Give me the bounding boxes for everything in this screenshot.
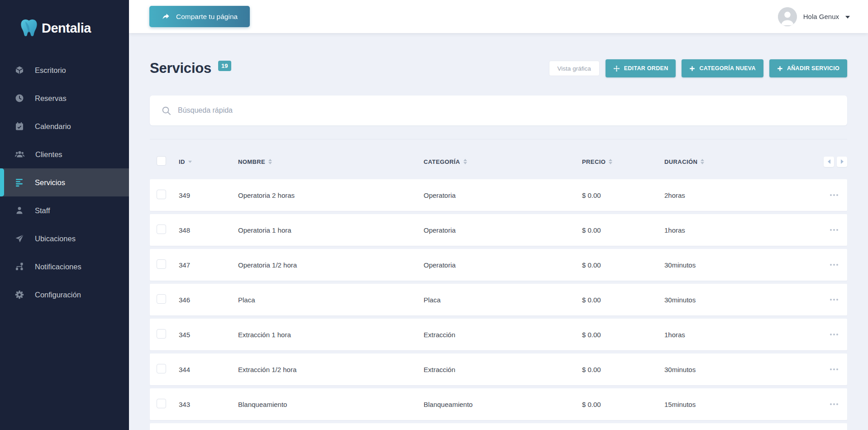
clock-icon [15,94,24,103]
cell-duracion: 15minutos [664,401,816,408]
new-category-button[interactable]: CATEGORÍA NUEVA [682,59,763,77]
row-checkbox[interactable] [157,399,166,408]
row-checkbox[interactable] [157,294,166,304]
sidebar-item-label: Configuración [35,291,81,299]
add-service-button[interactable]: AÑADIR SERVICIO [769,59,847,77]
cell-precio: $ 0.00 [582,261,664,269]
prev-page-button[interactable] [824,157,834,167]
search-icon [162,106,171,115]
row-actions-menu[interactable] [830,299,847,301]
share-page-label: Comparte tu página [176,13,238,21]
add-service-label: AÑADIR SERVICIO [787,65,839,72]
cell-id: 346 [179,296,238,304]
row-actions-menu[interactable] [830,334,847,335]
list-icon [15,178,24,187]
cell-duracion: 2horas [664,191,816,199]
share-page-button[interactable]: Comparte tu página [149,6,250,27]
pagination [824,157,847,167]
chevron-down-icon [845,16,850,19]
cell-id: 349 [179,191,238,199]
cell-id: 345 [179,331,238,339]
cell-nombre: Operatoria 2 horas [238,191,424,199]
row-checkbox[interactable] [157,225,166,234]
sidebar-item-configuracion[interactable]: Configuración [0,281,129,309]
cell-categoria: Operatoria [424,191,582,199]
cell-categoria: Operatoria [424,261,582,269]
table-row-partial [150,423,847,430]
tooth-icon [19,18,38,38]
cell-id: 344 [179,366,238,373]
view-toggle-button[interactable]: Vista gráfica [549,61,600,76]
person-icon [15,206,24,215]
table-row[interactable]: 346 Placa Placa $ 0.00 30minutos [150,284,847,315]
select-all-checkbox[interactable] [157,156,166,166]
column-header-id[interactable]: ID [179,158,238,165]
plus-icon [777,66,783,72]
table-row[interactable]: 347 Operatoria 1/2 hora Operatoria $ 0.0… [150,249,847,281]
brand-name: Dentalia [42,21,91,36]
sort-icon [463,159,467,164]
table-row[interactable]: 349 Operatoria 2 horas Operatoria $ 0.00… [150,179,847,211]
brand-logo[interactable]: Dentalia [0,0,129,56]
gear-icon [15,290,24,299]
edit-order-button[interactable]: EDITAR ORDEN [606,59,676,77]
column-label: PRECIO [582,158,606,165]
page-header: Servicios 19 Vista gráfica EDITAR ORDEN … [150,59,847,77]
table-header: ID NOMBRE CATEGORÍA PRECIO DURACIÓN [150,139,847,179]
sort-desc-icon [188,161,192,163]
row-checkbox[interactable] [157,190,166,199]
cell-categoria: Extracción [424,366,582,373]
cell-precio: $ 0.00 [582,226,664,234]
column-header-duracion[interactable]: DURACIÓN [664,158,816,165]
sidebar-nav: Escritorio Reservas Calendario [0,56,129,309]
next-page-button[interactable] [837,157,847,167]
calendar-icon [15,122,24,131]
column-label: DURACIÓN [664,158,697,165]
send-icon [15,234,24,243]
column-header-precio[interactable]: PRECIO [582,158,664,165]
cell-precio: $ 0.00 [582,401,664,408]
table-body: 349 Operatoria 2 horas Operatoria $ 0.00… [150,179,847,420]
sort-icon [701,159,704,164]
cell-duracion: 30minutos [664,366,816,373]
row-actions-menu[interactable] [830,264,847,266]
row-actions-menu[interactable] [830,229,847,231]
sidebar-item-label: Escritorio [35,66,66,75]
cell-nombre: Placa [238,296,424,304]
sidebar-item-label: Notificaciones [35,263,81,271]
cell-precio: $ 0.00 [582,366,664,373]
sidebar-item-reservas[interactable]: Reservas [0,84,129,112]
cell-precio: $ 0.00 [582,331,664,339]
sidebar-item-label: Clientes [35,150,62,159]
table-row[interactable]: 348 Operatoria 1 hora Operatoria $ 0.00 … [150,214,847,246]
column-header-categoria[interactable]: CATEGORÍA [424,158,582,165]
chevron-right-icon [841,159,844,164]
table-row[interactable]: 343 Blanqueamiento Blanqueamiento $ 0.00… [150,388,847,420]
edit-order-label: EDITAR ORDEN [624,65,668,72]
cell-id: 343 [179,401,238,408]
row-actions-menu[interactable] [830,368,847,370]
sidebar-item-calendario[interactable]: Calendario [0,112,129,140]
count-badge: 19 [218,61,231,71]
page-title: Servicios [150,60,211,76]
sidebar-item-servicios[interactable]: Servicios [0,168,129,196]
table-row[interactable]: 344 Extracción 1/2 hora Extracción $ 0.0… [150,354,847,385]
sidebar-item-escritorio[interactable]: Escritorio [0,56,129,84]
sidebar-item-staff[interactable]: Staff [0,196,129,225]
row-checkbox[interactable] [157,364,166,373]
sidebar-item-notificaciones[interactable]: Notificaciones [0,253,129,281]
sidebar-item-clientes[interactable]: Clientes [0,140,129,168]
user-menu[interactable]: Hola Genux [778,7,850,26]
search-input[interactable] [178,106,835,115]
column-header-nombre[interactable]: NOMBRE [238,158,424,165]
row-checkbox[interactable] [157,329,166,339]
row-actions-menu[interactable] [830,403,847,405]
sidebar: Dentalia Escritorio Reservas Calenda [0,0,129,430]
row-checkbox[interactable] [157,259,166,269]
cell-precio: $ 0.00 [582,296,664,304]
users-icon [15,150,24,159]
table-row[interactable]: 345 Extracción 1 hora Extracción $ 0.00 … [150,319,847,350]
sidebar-item-ubicaciones[interactable]: Ubicaciones [0,225,129,253]
toolbar: Vista gráfica EDITAR ORDEN CATEGORÍA NUE… [549,59,847,77]
row-actions-menu[interactable] [830,194,847,196]
